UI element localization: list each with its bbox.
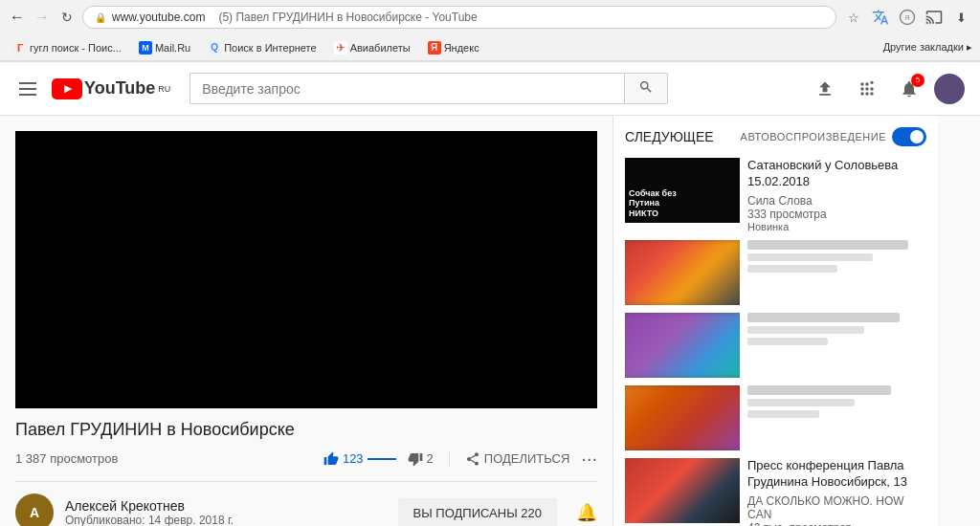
sidebar-video-views: 333 просмотра — [747, 208, 926, 221]
thumbs-up-icon — [323, 451, 339, 467]
browser-actions: ☆ Я ⬇ — [842, 6, 972, 29]
sidebar-thumbnail — [625, 458, 740, 523]
address-bar[interactable]: 🔒 www.youtube.com (5) Павел ГРУДИНИН в Н… — [82, 6, 836, 29]
sidebar-video-info: Пресс конференция Павла Грудинина Новоси… — [747, 458, 926, 526]
share-icon — [465, 451, 480, 467]
user-avatar[interactable] — [934, 74, 965, 104]
lock-icon: 🔒 — [95, 12, 106, 23]
sidebar-video-channel: ДА СКОЛЬКО МОЖНО. HOW CAN — [747, 494, 926, 521]
sidebar-video-item[interactable] — [625, 240, 926, 305]
notifications-button[interactable]: 5 — [892, 72, 926, 106]
extension-icon[interactable]: Я — [896, 6, 919, 29]
like-button[interactable]: 123 — [323, 451, 364, 467]
yandex2-favicon: Я — [428, 41, 441, 55]
search2-favicon: Q — [208, 41, 221, 55]
search-button[interactable] — [624, 73, 668, 104]
youtube-logo[interactable]: YouTubeRU — [52, 78, 170, 99]
page-title-tab: (5) Павел ГРУДИНИН в Новосибирске - YouT… — [218, 11, 477, 24]
svg-text:Я: Я — [904, 13, 909, 22]
sidebar-thumbnail — [625, 385, 740, 450]
channel-info: Алексей Крекотнев Опубликовано: 14 февр.… — [65, 498, 387, 526]
channel-name[interactable]: Алексей Крекотнев — [65, 498, 387, 514]
search-container — [189, 73, 668, 104]
video-player[interactable] — [15, 131, 597, 408]
notification-bell-button[interactable]: 🔔 — [576, 502, 597, 523]
sidebar-video-channel: Сила Слова — [747, 194, 926, 208]
search-input[interactable] — [189, 73, 624, 104]
like-count: 123 — [343, 451, 364, 466]
channel-row: А Алексей Крекотнев Опубликовано: 14 фев… — [15, 481, 597, 526]
sidebar-video-info — [747, 385, 926, 450]
sidebar-next-label: Следующее — [625, 129, 714, 144]
main-content: Павел ГРУДИНИН в Новосибирске 1 387 прос… — [0, 116, 980, 526]
channel-avatar[interactable]: А — [15, 493, 54, 526]
bookmark-label: Авиабилеты — [350, 42, 411, 54]
more-actions-button[interactable]: ··· — [581, 448, 597, 470]
sidebar-video-info: Сатановский у Соловьева 15.02.2018 Сила … — [747, 158, 926, 232]
sidebar-video-item[interactable] — [625, 313, 926, 378]
search-icon — [638, 79, 654, 95]
youtube-header: YouTubeRU 5 — [0, 62, 980, 116]
youtube-logo-text: YouTube — [84, 78, 155, 99]
video-title: Павел ГРУДИНИН в Новосибирске — [15, 420, 597, 440]
youtube-logo-ru: RU — [158, 84, 170, 94]
bookmark-label: гугл поиск - Поис... — [30, 42, 122, 54]
channel-published: Опубликовано: 14 февр. 2018 г. — [65, 514, 387, 526]
bookmark-yandex-search[interactable]: Г гугл поиск - Поис... — [8, 39, 127, 56]
avia-favicon: ✈ — [334, 41, 347, 55]
translate-icon[interactable] — [869, 6, 892, 29]
browser-toolbar: ← → ↻ 🔒 www.youtube.com (5) Павел ГРУДИН… — [0, 0, 980, 34]
like-dislike-group: 123 2 — [323, 451, 450, 467]
bookmark-avia[interactable]: ✈ Авиабилеты — [328, 39, 416, 56]
bookmark-mail-ru[interactable]: M Mail.Ru — [133, 39, 196, 56]
notification-badge: 5 — [911, 74, 924, 87]
sidebar-video-info — [747, 240, 926, 305]
apps-button[interactable] — [850, 72, 884, 106]
video-meta: 1 387 просмотров 123 2 ПОДЕЛИТЬСЯ ··· — [15, 448, 597, 470]
hamburger-line — [19, 82, 36, 84]
share-button[interactable]: ПОДЕЛИТЬСЯ — [465, 451, 569, 467]
sidebar-thumbnail: Собчак безПутинаНИКТО — [625, 158, 740, 223]
thumbs-down-icon — [408, 451, 423, 467]
video-views: 1 387 просмотров — [15, 451, 316, 466]
youtube-logo-icon — [52, 78, 82, 99]
url-text: www.youtube.com — [112, 11, 205, 24]
bookmark-yandex2[interactable]: Я Яндекс — [422, 39, 485, 56]
sidebar-thumbnail — [625, 313, 740, 378]
sidebar-thumbnail — [625, 240, 740, 305]
header-right: 5 — [808, 72, 965, 106]
bookmark-search2[interactable]: Q Поиск в Интернете — [202, 39, 322, 56]
forward-button[interactable]: → — [33, 8, 52, 27]
reload-button[interactable]: ↻ — [57, 8, 77, 27]
yandex-search-favicon: Г — [13, 41, 27, 55]
other-bookmarks-button[interactable]: Другие закладки ▸ — [883, 41, 972, 54]
like-underline — [368, 458, 396, 460]
cast-icon[interactable] — [923, 6, 946, 29]
autoplay-label: АВТОВОСПРОИЗВЕДЕНИЕ — [741, 131, 886, 142]
autoplay-controls: АВТОВОСПРОИЗВЕДЕНИЕ — [741, 127, 926, 146]
bookmark-label: Поиск в Интернете — [224, 42, 316, 54]
autoplay-toggle[interactable] — [892, 127, 926, 146]
bookmark-star-button[interactable]: ☆ — [842, 6, 865, 29]
dislike-count: 2 — [427, 451, 434, 466]
download-icon[interactable]: ⬇ — [949, 6, 972, 29]
hamburger-line — [19, 88, 36, 90]
upload-button[interactable] — [808, 72, 842, 106]
sidebar-video-item[interactable]: Собчак безПутинаНИКТО Сатановский у Соло… — [625, 158, 926, 232]
menu-button[interactable] — [15, 78, 40, 99]
sidebar: Следующее АВТОВОСПРОИЗВЕДЕНИЕ Собчак без… — [612, 116, 938, 526]
back-button[interactable]: ← — [8, 8, 27, 27]
hamburger-line — [19, 94, 36, 96]
sidebar-video-title: Пресс конференция Павла Грудинина Новоси… — [747, 458, 926, 491]
browser-chrome: ← → ↻ 🔒 www.youtube.com (5) Павел ГРУДИН… — [0, 0, 980, 62]
bookmark-label: Mail.Ru — [155, 42, 190, 54]
bookmark-label: Яндекс — [444, 42, 479, 54]
sidebar-video-item[interactable]: Пресс конференция Павла Грудинина Новоси… — [625, 458, 926, 526]
sidebar-video-info — [747, 313, 926, 378]
subscribe-button[interactable]: ВЫ ПОДПИСАНЫ 220 — [398, 498, 557, 527]
sidebar-video-views: 42 тыс. просмотров — [747, 521, 926, 526]
mail-ru-favicon: M — [139, 41, 152, 55]
dislike-button[interactable]: 2 — [408, 451, 434, 467]
sidebar-video-item[interactable] — [625, 385, 926, 450]
bookmarks-bar: Г гугл поиск - Поис... M Mail.Ru Q Поиск… — [0, 34, 980, 61]
